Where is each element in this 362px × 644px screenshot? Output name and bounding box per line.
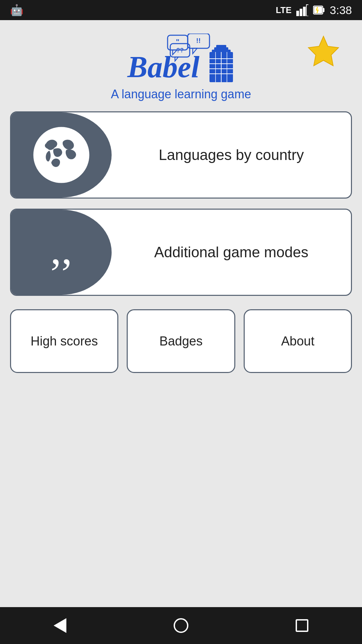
logo-area: " !! ?? Babel (111, 34, 251, 101)
lte-indicator: LTE (276, 5, 292, 15)
high-scores-button[interactable]: High scores (10, 309, 118, 373)
signal-icon (296, 4, 308, 16)
badges-label: Badges (160, 334, 203, 348)
recents-icon (296, 619, 308, 632)
globe-icon-area (11, 112, 112, 198)
status-bar: 🤖 LTE 3:38 (0, 0, 362, 20)
status-bar-left: 🤖 (10, 4, 23, 16)
main-content: " !! ?? Babel (0, 20, 362, 607)
languages-by-country-card[interactable]: Languages by country (10, 111, 352, 199)
clock: 3:38 (330, 4, 352, 17)
back-icon (54, 618, 66, 633)
svg-rect-20 (216, 45, 226, 48)
about-button[interactable]: About (244, 309, 352, 373)
svg-rect-3 (306, 5, 308, 16)
about-label: About (281, 334, 314, 348)
nav-home-button[interactable] (170, 615, 192, 636)
svg-rect-5 (323, 8, 324, 12)
home-icon (174, 618, 188, 633)
star-button[interactable] (305, 34, 342, 71)
header: " !! ?? Babel (10, 34, 352, 101)
app-subtitle: A language learning game (111, 87, 251, 101)
bottom-buttons-row: High scores Badges About (10, 309, 352, 373)
bottom-navigation (0, 607, 362, 644)
additional-game-modes-label-area: Additional game modes (112, 210, 351, 295)
svg-text:": " (176, 38, 179, 46)
languages-by-country-label: Languages by country (159, 145, 304, 164)
additional-game-modes-label: Additional game modes (154, 243, 308, 262)
svg-point-29 (33, 126, 90, 183)
badges-button[interactable]: Badges (127, 309, 235, 373)
svg-rect-1 (300, 9, 302, 16)
nav-recents-button[interactable] (292, 616, 312, 635)
status-bar-right: LTE 3:38 (276, 4, 352, 17)
star-icon (305, 34, 342, 70)
quotes-icon-area: ,, (11, 210, 112, 295)
quote-marks-icon: ,, (51, 227, 72, 271)
babel-logo: " !! ?? Babel (121, 34, 241, 84)
svg-rect-2 (303, 7, 306, 16)
svg-marker-28 (308, 36, 339, 66)
high-scores-label: High scores (31, 334, 98, 348)
svg-text:!!: !! (196, 37, 200, 44)
globe-icon (31, 125, 92, 185)
languages-by-country-label-area: Languages by country (112, 112, 351, 198)
app-notification-icon: 🤖 (10, 4, 23, 16)
game-cards: Languages by country ,, Additional game … (10, 111, 352, 296)
svg-text:Babel: Babel (127, 50, 199, 84)
svg-rect-0 (296, 11, 299, 16)
nav-back-button[interactable] (50, 615, 70, 636)
battery-icon (313, 4, 325, 16)
additional-game-modes-card[interactable]: ,, Additional game modes (10, 209, 352, 296)
